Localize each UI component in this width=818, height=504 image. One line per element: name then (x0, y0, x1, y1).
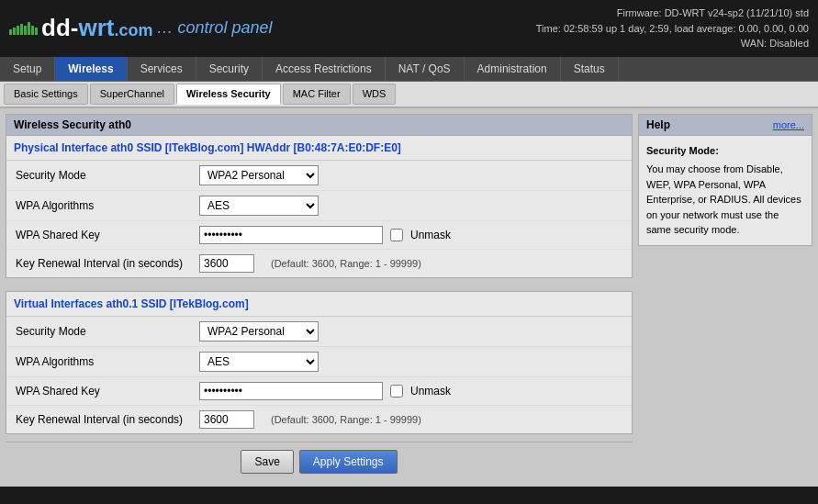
physical-shared-key-row: WPA Shared Key Unmask (6, 221, 632, 250)
nav-administration[interactable]: Administration (465, 57, 561, 81)
virtual-security-mode-label: Security Mode (16, 325, 199, 338)
nav-nat-qos[interactable]: NAT / QoS (386, 57, 465, 81)
save-button[interactable]: Save (241, 450, 293, 474)
help-security-mode-text: You may choose from Disable, WEP, WPA Pe… (646, 163, 801, 235)
physical-shared-key-input[interactable] (199, 226, 383, 244)
virtual-wpa-algo-label: WPA Algorithms (16, 355, 199, 368)
logo: dd-wrt.com … control panel (9, 14, 273, 42)
virtual-key-renewal-control: (Default: 3600, Range: 1 - 99999) (199, 410, 421, 429)
physical-security-mode-control: Disable WEP WPA Personal WPA2 Personal W… (199, 165, 319, 185)
nav-access-restrictions[interactable]: Access Restrictions (263, 57, 386, 81)
physical-key-renewal-label: Key Renewal Interval (in seconds) (16, 257, 199, 270)
header: dd-wrt.com … control panel Firmware: DD-… (0, 0, 818, 57)
virtual-shared-key-label: WPA Shared Key (16, 385, 199, 398)
physical-key-renewal-control: (Default: 3600, Range: 1 - 99999) (199, 254, 421, 273)
nav-status[interactable]: Status (561, 57, 619, 81)
virtual-key-renewal-label: Key Renewal Interval (in seconds) (16, 413, 199, 426)
main-left: Wireless Security ath0 Physical Interfac… (6, 114, 633, 481)
apply-settings-button[interactable]: Apply Settings (299, 450, 398, 474)
physical-shared-key-label: WPA Shared Key (16, 229, 199, 241)
virtual-shared-key-control: Unmask (199, 382, 451, 400)
help-title: Help (646, 118, 670, 131)
physical-wpa-algo-select[interactable]: AES TKIP TKIP+AES (199, 196, 319, 216)
virtual-unmask-checkbox[interactable] (390, 385, 403, 398)
tab-basic-settings[interactable]: Basic Settings (4, 84, 88, 105)
main-layout: Wireless Security ath0 Physical Interfac… (6, 114, 812, 481)
virtual-wpa-algo-select[interactable]: AES TKIP TKIP+AES (199, 352, 319, 372)
firmware-info: Firmware: DD-WRT v24-sp2 (11/21/10) std (536, 6, 809, 21)
tab-superchannel[interactable]: SuperChannel (90, 84, 174, 105)
help-sidebar: Help more... Security Mode: You may choo… (638, 114, 812, 481)
physical-unmask-checkbox[interactable] (390, 229, 403, 241)
physical-security-mode-row: Security Mode Disable WEP WPA Personal W… (6, 161, 632, 191)
nav-services[interactable]: Services (128, 57, 196, 81)
wan-info: WAN: Disabled (536, 36, 809, 51)
logo-controlpanel: … control panel (156, 18, 272, 38)
virtual-security-mode-control: Disable WEP WPA Personal WPA2 Personal W… (199, 321, 319, 342)
physical-key-renewal-hint: (Default: 3600, Range: 1 - 99999) (271, 258, 421, 269)
help-more-link[interactable]: more... (773, 119, 804, 130)
physical-wpa-algo-label: WPA Algorithms (16, 199, 199, 212)
physical-iface-header: Physical Interface ath0 SSID [ITekBlog.c… (6, 136, 632, 161)
virtual-unmask-label: Unmask (410, 385, 451, 398)
wireless-security-section: Wireless Security ath0 Physical Interfac… (6, 114, 633, 278)
tab-mac-filter[interactable]: MAC Filter (283, 84, 351, 105)
logo-dd: dd-wrt.com (41, 14, 152, 42)
sub-nav: Basic Settings SuperChannel Wireless Sec… (0, 82, 818, 108)
virtual-shared-key-row: WPA Shared Key Unmask (6, 377, 632, 406)
help-box: Help more... Security Mode: You may choo… (638, 114, 812, 246)
physical-wpa-algo-control: AES TKIP TKIP+AES (199, 196, 319, 216)
section-title: Wireless Security ath0 (6, 115, 632, 136)
logo-bars (9, 22, 38, 35)
help-security-mode-label: Security Mode: (646, 143, 804, 159)
nav-wireless[interactable]: Wireless (55, 57, 127, 81)
help-header: Help more... (639, 115, 812, 136)
time-info: Time: 02:58:59 up 1 day, 2:59, load aver… (536, 21, 809, 37)
content: Wireless Security ath0 Physical Interfac… (0, 108, 818, 487)
physical-key-renewal-row: Key Renewal Interval (in seconds) (Defau… (6, 250, 632, 277)
virtual-key-renewal-input[interactable] (199, 410, 254, 429)
physical-key-renewal-input[interactable] (199, 254, 254, 273)
physical-shared-key-control: Unmask (199, 226, 451, 244)
main-nav: Setup Wireless Services Security Access … (0, 57, 818, 82)
virtual-iface-header: Virtual Interfaces ath0.1 SSID [ITekBlog… (6, 292, 632, 317)
virtual-wpa-algo-row: WPA Algorithms AES TKIP TKIP+AES (6, 347, 632, 377)
physical-unmask-label: Unmask (410, 229, 451, 241)
virtual-iface-section: Virtual Interfaces ath0.1 SSID [ITekBlog… (6, 291, 633, 434)
virtual-key-renewal-row: Key Renewal Interval (in seconds) (Defau… (6, 406, 632, 433)
virtual-shared-key-input[interactable] (199, 382, 383, 400)
virtual-wpa-algo-control: AES TKIP TKIP+AES (199, 352, 319, 372)
virtual-security-mode-row: Security Mode Disable WEP WPA Personal W… (6, 317, 632, 347)
bottom-bar: Save Apply Settings (6, 442, 633, 481)
tab-wireless-security[interactable]: Wireless Security (176, 84, 281, 105)
help-body: Security Mode: You may choose from Disab… (639, 136, 812, 245)
virtual-key-renewal-hint: (Default: 3600, Range: 1 - 99999) (271, 414, 421, 425)
tab-wds[interactable]: WDS (353, 84, 397, 105)
virtual-security-mode-select[interactable]: Disable WEP WPA Personal WPA2 Personal W… (199, 321, 319, 342)
physical-security-mode-select[interactable]: Disable WEP WPA Personal WPA2 Personal W… (199, 165, 319, 185)
logo-area: dd-wrt.com … control panel (9, 14, 273, 42)
physical-security-mode-label: Security Mode (16, 169, 199, 182)
nav-setup[interactable]: Setup (0, 57, 55, 81)
physical-wpa-algo-row: WPA Algorithms AES TKIP TKIP+AES (6, 191, 632, 221)
nav-security[interactable]: Security (196, 57, 263, 81)
header-info: Firmware: DD-WRT v24-sp2 (11/21/10) std … (536, 6, 809, 51)
